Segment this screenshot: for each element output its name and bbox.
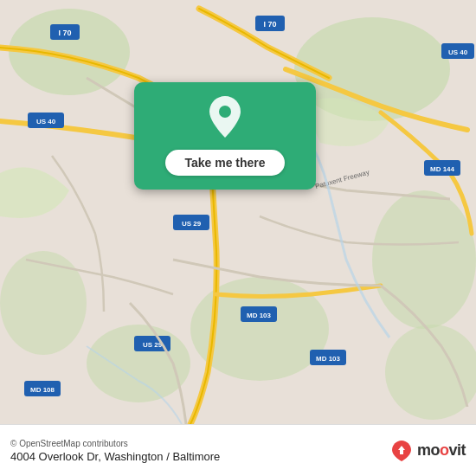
bottom-bar: © OpenStreetMap contributors 4004 Overlo… — [0, 424, 476, 476]
svg-point-6 — [385, 325, 476, 420]
osm-attribution: © OpenStreetMap contributors — [10, 439, 220, 448]
address-line1: 4004 Overlook Dr, Washington / Baltimore — [10, 450, 220, 463]
map-svg: I 70 I 70 US 40 US 29 US 29 MD 103 MD 10… — [0, 0, 476, 424]
svg-text:US 40: US 40 — [448, 48, 468, 56]
svg-text:I 70: I 70 — [58, 29, 71, 37]
svg-text:US 29: US 29 — [143, 341, 163, 349]
svg-point-29 — [219, 106, 231, 118]
svg-text:MD 144: MD 144 — [430, 165, 455, 173]
take-me-there-button[interactable]: Take me there — [165, 150, 284, 176]
moovit-logo: moovit — [389, 439, 466, 463]
moovit-text-label: moovit — [417, 441, 466, 460]
svg-text:MD 103: MD 103 — [316, 355, 341, 363]
map-pin-icon — [206, 94, 244, 143]
map-area: I 70 I 70 US 40 US 29 US 29 MD 103 MD 10… — [0, 0, 476, 424]
svg-text:US 29: US 29 — [182, 220, 202, 228]
svg-text:US 40: US 40 — [36, 118, 56, 125]
moovit-brand-icon — [389, 439, 414, 463]
svg-point-5 — [372, 190, 476, 329]
svg-point-7 — [0, 251, 87, 355]
svg-text:MD 103: MD 103 — [247, 312, 272, 319]
location-card: Take me there — [134, 82, 316, 190]
address-area: © OpenStreetMap contributors 4004 Overlo… — [10, 439, 220, 463]
svg-text:I 70: I 70 — [263, 20, 276, 29]
svg-text:MD 108: MD 108 — [30, 386, 55, 394]
